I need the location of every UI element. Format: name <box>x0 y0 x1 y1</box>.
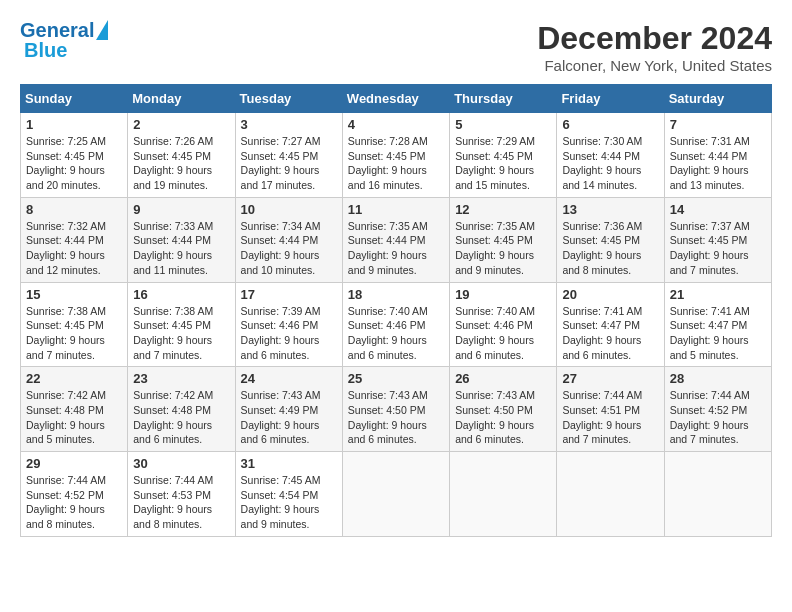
day-info: Sunrise: 7:43 AMSunset: 4:50 PMDaylight:… <box>455 388 551 447</box>
day-number: 26 <box>455 371 551 386</box>
table-row: 5Sunrise: 7:29 AMSunset: 4:45 PMDaylight… <box>450 113 557 198</box>
table-row: 8Sunrise: 7:32 AMSunset: 4:44 PMDaylight… <box>21 197 128 282</box>
day-info: Sunrise: 7:31 AMSunset: 4:44 PMDaylight:… <box>670 134 766 193</box>
day-info: Sunrise: 7:35 AMSunset: 4:45 PMDaylight:… <box>455 219 551 278</box>
day-info: Sunrise: 7:44 AMSunset: 4:52 PMDaylight:… <box>26 473 122 532</box>
day-info: Sunrise: 7:43 AMSunset: 4:49 PMDaylight:… <box>241 388 337 447</box>
day-number: 14 <box>670 202 766 217</box>
table-row <box>664 452 771 537</box>
day-number: 18 <box>348 287 444 302</box>
day-info: Sunrise: 7:41 AMSunset: 4:47 PMDaylight:… <box>562 304 658 363</box>
day-info: Sunrise: 7:35 AMSunset: 4:44 PMDaylight:… <box>348 219 444 278</box>
calendar-header-row: Sunday Monday Tuesday Wednesday Thursday… <box>21 85 772 113</box>
col-thursday: Thursday <box>450 85 557 113</box>
day-info: Sunrise: 7:40 AMSunset: 4:46 PMDaylight:… <box>455 304 551 363</box>
day-info: Sunrise: 7:34 AMSunset: 4:44 PMDaylight:… <box>241 219 337 278</box>
calendar-table: Sunday Monday Tuesday Wednesday Thursday… <box>20 84 772 537</box>
table-row: 10Sunrise: 7:34 AMSunset: 4:44 PMDayligh… <box>235 197 342 282</box>
page-header: General Blue December 2024 Falconer, New… <box>20 20 772 74</box>
table-row: 13Sunrise: 7:36 AMSunset: 4:45 PMDayligh… <box>557 197 664 282</box>
table-row: 21Sunrise: 7:41 AMSunset: 4:47 PMDayligh… <box>664 282 771 367</box>
day-number: 16 <box>133 287 229 302</box>
table-row: 31Sunrise: 7:45 AMSunset: 4:54 PMDayligh… <box>235 452 342 537</box>
table-row: 17Sunrise: 7:39 AMSunset: 4:46 PMDayligh… <box>235 282 342 367</box>
day-info: Sunrise: 7:33 AMSunset: 4:44 PMDaylight:… <box>133 219 229 278</box>
day-number: 28 <box>670 371 766 386</box>
logo: General Blue <box>20 20 108 60</box>
day-number: 25 <box>348 371 444 386</box>
day-info: Sunrise: 7:42 AMSunset: 4:48 PMDaylight:… <box>133 388 229 447</box>
table-row: 22Sunrise: 7:42 AMSunset: 4:48 PMDayligh… <box>21 367 128 452</box>
day-info: Sunrise: 7:32 AMSunset: 4:44 PMDaylight:… <box>26 219 122 278</box>
col-sunday: Sunday <box>21 85 128 113</box>
calendar-week-row: 29Sunrise: 7:44 AMSunset: 4:52 PMDayligh… <box>21 452 772 537</box>
table-row: 12Sunrise: 7:35 AMSunset: 4:45 PMDayligh… <box>450 197 557 282</box>
table-row: 18Sunrise: 7:40 AMSunset: 4:46 PMDayligh… <box>342 282 449 367</box>
logo-triangle-icon <box>96 20 108 40</box>
table-row: 9Sunrise: 7:33 AMSunset: 4:44 PMDaylight… <box>128 197 235 282</box>
day-info: Sunrise: 7:29 AMSunset: 4:45 PMDaylight:… <box>455 134 551 193</box>
day-info: Sunrise: 7:28 AMSunset: 4:45 PMDaylight:… <box>348 134 444 193</box>
table-row: 14Sunrise: 7:37 AMSunset: 4:45 PMDayligh… <box>664 197 771 282</box>
table-row: 19Sunrise: 7:40 AMSunset: 4:46 PMDayligh… <box>450 282 557 367</box>
day-info: Sunrise: 7:41 AMSunset: 4:47 PMDaylight:… <box>670 304 766 363</box>
table-row: 4Sunrise: 7:28 AMSunset: 4:45 PMDaylight… <box>342 113 449 198</box>
table-row: 16Sunrise: 7:38 AMSunset: 4:45 PMDayligh… <box>128 282 235 367</box>
day-number: 11 <box>348 202 444 217</box>
main-title: December 2024 <box>537 20 772 57</box>
day-number: 27 <box>562 371 658 386</box>
title-block: December 2024 Falconer, New York, United… <box>537 20 772 74</box>
day-number: 8 <box>26 202 122 217</box>
table-row: 30Sunrise: 7:44 AMSunset: 4:53 PMDayligh… <box>128 452 235 537</box>
table-row: 11Sunrise: 7:35 AMSunset: 4:44 PMDayligh… <box>342 197 449 282</box>
day-number: 20 <box>562 287 658 302</box>
table-row: 29Sunrise: 7:44 AMSunset: 4:52 PMDayligh… <box>21 452 128 537</box>
day-number: 31 <box>241 456 337 471</box>
day-number: 15 <box>26 287 122 302</box>
day-info: Sunrise: 7:26 AMSunset: 4:45 PMDaylight:… <box>133 134 229 193</box>
calendar-week-row: 15Sunrise: 7:38 AMSunset: 4:45 PMDayligh… <box>21 282 772 367</box>
day-number: 10 <box>241 202 337 217</box>
day-info: Sunrise: 7:44 AMSunset: 4:52 PMDaylight:… <box>670 388 766 447</box>
col-monday: Monday <box>128 85 235 113</box>
table-row: 1Sunrise: 7:25 AMSunset: 4:45 PMDaylight… <box>21 113 128 198</box>
table-row: 26Sunrise: 7:43 AMSunset: 4:50 PMDayligh… <box>450 367 557 452</box>
day-info: Sunrise: 7:30 AMSunset: 4:44 PMDaylight:… <box>562 134 658 193</box>
subtitle: Falconer, New York, United States <box>537 57 772 74</box>
day-number: 23 <box>133 371 229 386</box>
table-row: 6Sunrise: 7:30 AMSunset: 4:44 PMDaylight… <box>557 113 664 198</box>
logo-blue: Blue <box>24 40 67 60</box>
calendar-week-row: 22Sunrise: 7:42 AMSunset: 4:48 PMDayligh… <box>21 367 772 452</box>
day-info: Sunrise: 7:38 AMSunset: 4:45 PMDaylight:… <box>26 304 122 363</box>
day-number: 12 <box>455 202 551 217</box>
day-number: 21 <box>670 287 766 302</box>
table-row: 15Sunrise: 7:38 AMSunset: 4:45 PMDayligh… <box>21 282 128 367</box>
col-saturday: Saturday <box>664 85 771 113</box>
table-row: 24Sunrise: 7:43 AMSunset: 4:49 PMDayligh… <box>235 367 342 452</box>
day-number: 4 <box>348 117 444 132</box>
table-row: 25Sunrise: 7:43 AMSunset: 4:50 PMDayligh… <box>342 367 449 452</box>
day-number: 29 <box>26 456 122 471</box>
logo-general: General <box>20 20 94 40</box>
day-info: Sunrise: 7:27 AMSunset: 4:45 PMDaylight:… <box>241 134 337 193</box>
table-row: 27Sunrise: 7:44 AMSunset: 4:51 PMDayligh… <box>557 367 664 452</box>
col-friday: Friday <box>557 85 664 113</box>
table-row: 3Sunrise: 7:27 AMSunset: 4:45 PMDaylight… <box>235 113 342 198</box>
day-info: Sunrise: 7:42 AMSunset: 4:48 PMDaylight:… <box>26 388 122 447</box>
day-info: Sunrise: 7:44 AMSunset: 4:51 PMDaylight:… <box>562 388 658 447</box>
day-info: Sunrise: 7:25 AMSunset: 4:45 PMDaylight:… <box>26 134 122 193</box>
table-row: 7Sunrise: 7:31 AMSunset: 4:44 PMDaylight… <box>664 113 771 198</box>
day-info: Sunrise: 7:38 AMSunset: 4:45 PMDaylight:… <box>133 304 229 363</box>
table-row: 2Sunrise: 7:26 AMSunset: 4:45 PMDaylight… <box>128 113 235 198</box>
day-number: 2 <box>133 117 229 132</box>
day-info: Sunrise: 7:37 AMSunset: 4:45 PMDaylight:… <box>670 219 766 278</box>
table-row <box>557 452 664 537</box>
day-number: 30 <box>133 456 229 471</box>
day-info: Sunrise: 7:39 AMSunset: 4:46 PMDaylight:… <box>241 304 337 363</box>
table-row: 20Sunrise: 7:41 AMSunset: 4:47 PMDayligh… <box>557 282 664 367</box>
calendar-week-row: 1Sunrise: 7:25 AMSunset: 4:45 PMDaylight… <box>21 113 772 198</box>
table-row <box>342 452 449 537</box>
table-row: 28Sunrise: 7:44 AMSunset: 4:52 PMDayligh… <box>664 367 771 452</box>
day-number: 24 <box>241 371 337 386</box>
col-wednesday: Wednesday <box>342 85 449 113</box>
